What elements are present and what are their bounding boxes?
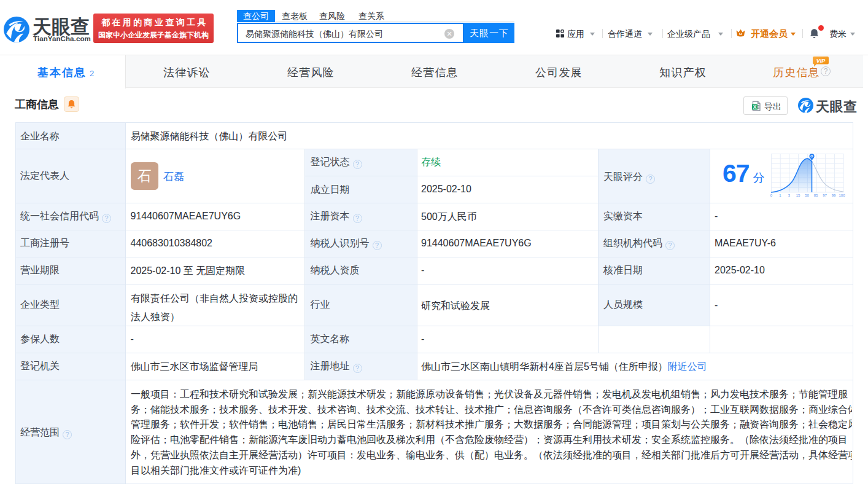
svg-text:VIP: VIP — [816, 58, 826, 64]
svg-text:X: X — [753, 104, 757, 110]
